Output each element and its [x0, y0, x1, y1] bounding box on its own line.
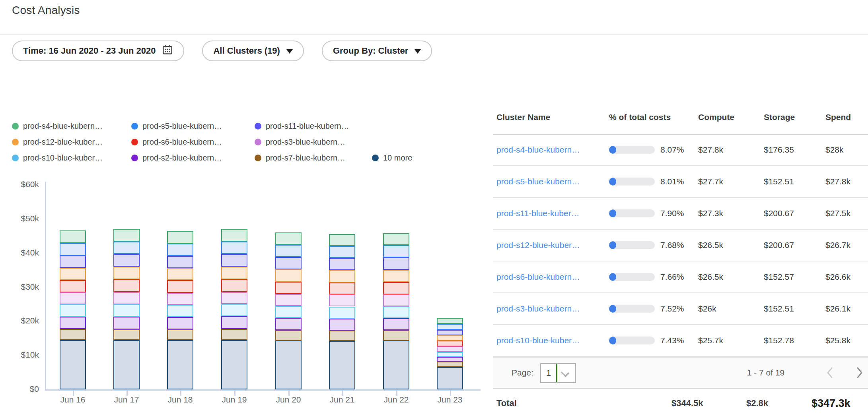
bar-segment[interactable]: [383, 270, 409, 282]
bar-segment[interactable]: [383, 341, 409, 389]
bar-segment[interactable]: [60, 317, 86, 329]
bar-segment[interactable]: [275, 257, 302, 269]
bar-segment[interactable]: [60, 329, 86, 340]
bar-segment[interactable]: [113, 267, 140, 279]
bar-segment[interactable]: [60, 255, 86, 268]
bar-segment[interactable]: [167, 293, 193, 305]
page-select-value: 1: [541, 364, 556, 382]
cluster-name-link[interactable]: prod-s5-blue-kubern…: [496, 166, 580, 197]
cluster-name-link[interactable]: prod-s3-blue-kubern…: [496, 293, 580, 324]
previous-page-button[interactable]: [824, 366, 836, 379]
bar-segment[interactable]: [60, 230, 86, 243]
bar-segment[interactable]: [221, 340, 247, 389]
bar-segment[interactable]: [60, 292, 86, 304]
bar-segment[interactable]: [113, 317, 140, 329]
table-row: prod-s5-blue-kubern…8.01%$27.7k$152.51$2…: [493, 166, 868, 198]
bar-segment[interactable]: [329, 246, 355, 258]
bar-segment[interactable]: [275, 232, 302, 245]
bar-segment[interactable]: [437, 318, 463, 324]
bar-segment[interactable]: [383, 257, 409, 270]
bar-segment[interactable]: [221, 304, 247, 317]
bar-segment[interactable]: [275, 306, 302, 318]
bar-segment[interactable]: [383, 330, 409, 341]
bar-segment[interactable]: [275, 330, 302, 341]
compute-value: $26.5k: [698, 230, 723, 261]
bar-segment[interactable]: [60, 268, 86, 280]
bar-segment[interactable]: [329, 283, 355, 295]
pct-value: 7.66%: [660, 261, 684, 292]
bar-segment[interactable]: [221, 292, 247, 304]
bar-segment[interactable]: [329, 270, 355, 283]
bar-segment[interactable]: [113, 254, 140, 267]
bar-segment[interactable]: [383, 245, 409, 257]
bar-segment[interactable]: [221, 242, 247, 254]
bar-segment[interactable]: [437, 330, 463, 335]
cluster-name-link[interactable]: prod-s4-blue-kubern…: [496, 134, 580, 165]
bar-segment[interactable]: [167, 280, 193, 293]
bar-segment[interactable]: [167, 256, 193, 268]
bar-segment[interactable]: [437, 346, 463, 352]
y-axis-line: [45, 182, 46, 389]
bar-segment[interactable]: [113, 329, 140, 340]
bar-segment[interactable]: [221, 267, 247, 279]
bar-segment[interactable]: [275, 245, 302, 257]
bar-segment[interactable]: [221, 316, 247, 329]
bar-segment[interactable]: [167, 317, 193, 329]
cluster-name-link[interactable]: prod-s10-blue-kuber…: [496, 325, 580, 356]
bar-segment[interactable]: [221, 229, 247, 242]
bar-segment[interactable]: [437, 335, 463, 341]
bar-segment[interactable]: [437, 362, 463, 368]
bar-segment[interactable]: [113, 340, 140, 389]
bar-segment[interactable]: [383, 318, 409, 330]
bar-segment[interactable]: [113, 242, 140, 254]
bar-segment[interactable]: [383, 306, 409, 318]
bar-segment[interactable]: [60, 340, 86, 389]
bar-segment[interactable]: [383, 294, 409, 306]
bar-segment[interactable]: [275, 341, 302, 389]
y-axis-tick-label: $20k: [7, 316, 39, 325]
bar-segment[interactable]: [221, 329, 247, 340]
bar-segment[interactable]: [275, 282, 302, 294]
bar-segment[interactable]: [60, 304, 86, 317]
bar-segment[interactable]: [437, 324, 463, 330]
bar-segment[interactable]: [437, 352, 463, 357]
page-select[interactable]: 1: [540, 363, 576, 383]
bar-segment[interactable]: [221, 279, 247, 292]
bar-segment[interactable]: [167, 268, 193, 281]
bar-segment[interactable]: [275, 269, 302, 282]
bar-segment[interactable]: [275, 318, 302, 330]
bar-segment[interactable]: [60, 243, 86, 255]
bar-segment[interactable]: [329, 294, 355, 306]
bar-segment[interactable]: [437, 357, 463, 361]
bar-segment[interactable]: [329, 331, 355, 341]
cluster-name-link[interactable]: prod-s6-blue-kubern…: [496, 261, 580, 292]
bar-segment[interactable]: [329, 341, 355, 389]
pct-value: 7.90%: [660, 198, 684, 229]
bar-segment[interactable]: [113, 304, 140, 317]
bar-segment[interactable]: [60, 280, 86, 293]
bar-segment[interactable]: [113, 279, 140, 292]
bar-segment[interactable]: [113, 292, 140, 304]
next-page-button[interactable]: [853, 366, 865, 379]
bar-segment[interactable]: [383, 282, 409, 294]
bar-segment[interactable]: [167, 305, 193, 317]
bar-segment[interactable]: [437, 341, 463, 346]
col-header-spend: Spend: [825, 112, 851, 122]
bar-segment[interactable]: [167, 231, 193, 244]
bar-segment[interactable]: [329, 307, 355, 319]
bar-segment[interactable]: [167, 244, 193, 256]
bar-segment[interactable]: [167, 329, 193, 340]
bar-segment[interactable]: [221, 254, 247, 267]
table-row: prod-s10-blue-kuber…7.43%$25.7k$152.78$2…: [493, 325, 868, 357]
bar-segment[interactable]: [275, 294, 302, 306]
bar-segment[interactable]: [167, 340, 193, 389]
cluster-name-link[interactable]: prod-s11-blue-kuber…: [496, 198, 580, 229]
bar-segment[interactable]: [437, 367, 463, 389]
bar-segment[interactable]: [383, 233, 409, 245]
bar-segment[interactable]: [329, 258, 355, 270]
bar-segment[interactable]: [329, 234, 355, 246]
bar-segment[interactable]: [329, 319, 355, 331]
y-axis-tick-label: $40k: [7, 248, 39, 257]
cluster-name-link[interactable]: prod-s12-blue-kuber…: [496, 230, 580, 261]
bar-segment[interactable]: [113, 229, 140, 242]
